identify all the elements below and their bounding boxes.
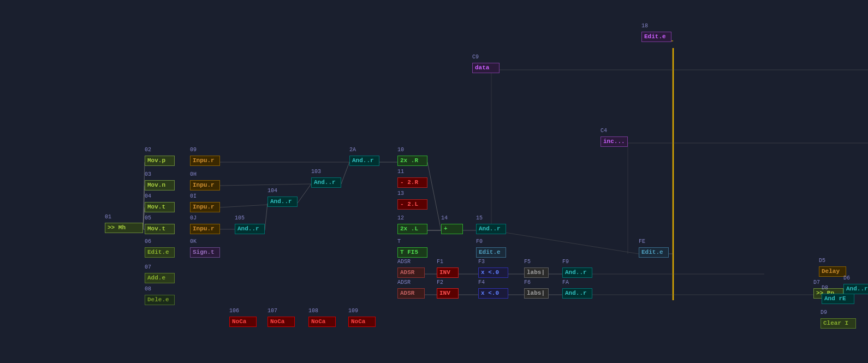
- node-label-05: 05: [145, 215, 151, 221]
- svg-line-12: [427, 162, 441, 230]
- node-label-d5: D5: [819, 258, 825, 264]
- node-label-d6: D6: [843, 275, 850, 281]
- node-103[interactable]: And..r: [311, 177, 341, 188]
- node-2a[interactable]: And..r: [349, 156, 379, 166]
- node-label-adsr2: ADSR: [397, 279, 411, 285]
- node-label-f2: F2: [437, 279, 443, 285]
- node-f4[interactable]: x <.0: [478, 288, 508, 299]
- node-label-105: 105: [235, 215, 245, 221]
- node-01[interactable]: >> Mh: [105, 223, 143, 233]
- node-14[interactable]: +: [441, 224, 463, 234]
- node-f3[interactable]: x <.0: [478, 267, 508, 278]
- node-c4[interactable]: inc...: [601, 136, 628, 147]
- node-label-13: 13: [397, 191, 404, 197]
- node-107[interactable]: NoCa: [267, 317, 295, 327]
- node-label-107: 107: [267, 308, 277, 314]
- node-label-106: 106: [229, 308, 239, 314]
- node-label-c9: C9: [472, 54, 479, 60]
- node-label-0k: 0K: [190, 239, 197, 245]
- wire-layer: [0, 0, 868, 363]
- node-09[interactable]: Inpu.r: [190, 156, 220, 166]
- node-label-02: 02: [145, 147, 151, 153]
- node-fa[interactable]: And..r: [562, 288, 592, 299]
- node-label-fa: FA: [562, 279, 569, 285]
- node-label-0j: 0J: [190, 215, 197, 221]
- node-label-d7: D7: [813, 279, 820, 285]
- svg-line-8: [265, 203, 267, 230]
- svg-line-10: [341, 162, 349, 184]
- node-label-109: 109: [348, 308, 358, 314]
- node-108[interactable]: NoCa: [308, 317, 336, 327]
- node-label-t: T: [397, 239, 401, 245]
- node-f9[interactable]: And..r: [562, 267, 592, 278]
- node-label-c4: C4: [601, 128, 607, 134]
- node-label-d9: D9: [821, 310, 827, 316]
- node-d5[interactable]: Delay: [819, 266, 846, 277]
- node-label-f1: F1: [437, 259, 443, 265]
- node-graph-canvas[interactable]: 01>> Mh02Mov.p03Mov.n04Mov.t05Mov.t06Edi…: [0, 0, 868, 363]
- node-label-adsr1: ADSR: [397, 259, 411, 265]
- node-0k[interactable]: Sign.t: [190, 247, 220, 258]
- node-f0[interactable]: Edit.e: [476, 247, 506, 258]
- node-03[interactable]: Mov.n: [145, 180, 175, 191]
- node-fe[interactable]: Edit.e: [639, 247, 669, 258]
- node-104[interactable]: And..r: [267, 197, 298, 207]
- node-label-f4: F4: [478, 279, 485, 285]
- node-label-01: 01: [105, 214, 111, 220]
- node-10[interactable]: 2x .R: [397, 156, 427, 166]
- node-label-11: 11: [397, 169, 404, 175]
- node-08[interactable]: Dele.e: [145, 295, 175, 305]
- node-label-f3: F3: [478, 259, 485, 265]
- node-f2[interactable]: INV: [437, 288, 459, 299]
- node-d9[interactable]: Clear I: [821, 318, 856, 329]
- node-label-07: 07: [145, 264, 151, 270]
- svg-line-9: [298, 184, 311, 203]
- node-label-103: 103: [311, 169, 321, 175]
- node-06[interactable]: Edit.e: [145, 247, 175, 258]
- node-t[interactable]: T FI5: [397, 247, 427, 258]
- node-f5[interactable]: labs|: [524, 267, 549, 278]
- node-05[interactable]: Mov.t: [145, 224, 175, 234]
- node-label-04: 04: [145, 193, 151, 199]
- node-0i[interactable]: Inpu.r: [190, 202, 220, 212]
- node-02[interactable]: Mov.p: [145, 156, 175, 166]
- node-d6[interactable]: And..r: [843, 284, 868, 294]
- node-label-d8: D8: [822, 285, 828, 291]
- node-07[interactable]: Add.e: [145, 273, 175, 283]
- svg-line-6: [220, 205, 267, 207]
- node-label-03: 03: [145, 171, 151, 177]
- node-label-0h: 0H: [190, 171, 197, 177]
- node-label-104: 104: [267, 188, 277, 194]
- node-c9[interactable]: data: [472, 63, 500, 73]
- node-label-0i: 0I: [190, 193, 197, 199]
- node-04[interactable]: Mov.t: [145, 202, 175, 212]
- node-label-12: 12: [397, 215, 404, 221]
- node-label-10: 10: [397, 147, 404, 153]
- node-109[interactable]: NoCa: [348, 317, 376, 327]
- node-d8[interactable]: And rE: [822, 294, 854, 304]
- svg-line-31: [491, 230, 639, 254]
- node-0j[interactable]: Inpu.r: [190, 224, 220, 234]
- node-18[interactable]: Edit.e: [641, 32, 671, 42]
- node-label-f0: F0: [476, 239, 483, 245]
- node-label-108: 108: [308, 308, 318, 314]
- node-106[interactable]: NoCa: [229, 317, 257, 327]
- node-label-08: 08: [145, 286, 151, 292]
- node-label-15: 15: [476, 215, 483, 221]
- node-15[interactable]: And..r: [476, 224, 506, 234]
- node-f6[interactable]: labs|: [524, 288, 549, 299]
- node-f1[interactable]: INV: [437, 267, 459, 278]
- node-adsr1[interactable]: ADSR: [397, 267, 425, 278]
- node-11[interactable]: - 2.R: [397, 177, 427, 188]
- node-label-f6: F6: [524, 279, 531, 285]
- node-0h[interactable]: Inpu.r: [190, 180, 220, 191]
- node-105[interactable]: And..r: [235, 224, 265, 234]
- node-label-09: 09: [190, 147, 197, 153]
- node-12[interactable]: 2x .L: [397, 224, 427, 234]
- node-label-f9: F9: [562, 259, 569, 265]
- node-label-f5: F5: [524, 259, 531, 265]
- node-13[interactable]: - 2.L: [397, 199, 427, 210]
- node-adsr2[interactable]: ADSR: [397, 288, 425, 299]
- svg-line-5: [220, 184, 311, 186]
- node-label-14: 14: [441, 215, 448, 221]
